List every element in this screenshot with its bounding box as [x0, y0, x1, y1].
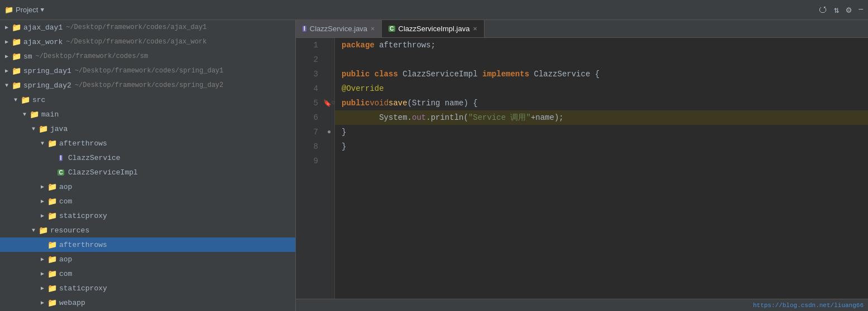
sidebar-item-spring_day1[interactable]: ▶📁spring_day1~/Desktop/framework/codes/s…: [0, 64, 295, 78]
line-number: 9: [296, 154, 318, 168]
dot-icon: ●: [327, 128, 331, 136]
sidebar-item-ajax_work[interactable]: ▶📁ajax_work~/Desktop/framework/codes/aja…: [0, 35, 295, 49]
code-line: [335, 154, 868, 168]
item-icon: 📁: [11, 52, 21, 61]
arrow-icon: ▶: [38, 183, 47, 190]
sidebar-item-spring_day2[interactable]: ▼📁spring_day2~/Desktop/framework/codes/s…: [0, 78, 295, 93]
tabs-bar: IClazzService.java✕CClazzServiceImpl.jav…: [296, 20, 868, 38]
sidebar-item-ClazzService[interactable]: IClazzService: [0, 150, 295, 165]
toolbar-dropdown-icon[interactable]: ▼: [40, 7, 44, 13]
sidebar-item-staticproxy2[interactable]: ▶📁staticproxy: [0, 281, 295, 295]
sidebar-item-java[interactable]: ▼📁java: [0, 122, 295, 136]
item-icon: 📁: [47, 255, 57, 264]
arrow-icon: ▼: [29, 227, 38, 234]
item-label: webapp: [59, 299, 85, 307]
gutter-item: 🔖♡: [324, 96, 334, 110]
sidebar-item-staticproxy1[interactable]: ▶📁staticproxy: [0, 208, 295, 223]
tab-icon: I: [303, 25, 306, 33]
sidebar-item-aop1[interactable]: ▶📁aop: [0, 179, 295, 194]
item-icon: 📁: [47, 240, 57, 250]
arrow-icon: ▶: [38, 285, 47, 291]
line-number: 8: [296, 139, 318, 154]
item-label: main: [41, 110, 59, 119]
arrow-icon: ▶: [2, 24, 11, 31]
line-number: 4: [296, 81, 318, 96]
item-icon: 📁: [11, 81, 21, 90]
gutter-item: [324, 38, 334, 52]
sidebar-item-com2[interactable]: ▶📁com: [0, 266, 295, 281]
arrow-icon: ▼: [11, 97, 20, 103]
item-icon: 📁: [47, 269, 57, 279]
item-icon: 📁: [38, 124, 48, 134]
arrow-icon: ▼: [20, 111, 29, 118]
arrow-icon: ▶: [38, 270, 47, 277]
item-label: ClazzService: [68, 154, 121, 162]
arrow-icon: ▼: [2, 82, 11, 89]
item-label: spring_day1: [23, 67, 71, 75]
code-line: public void save(String name) {: [335, 96, 868, 110]
arrow-icon: ▼: [29, 126, 38, 132]
code-line: }: [335, 125, 868, 139]
status-right[interactable]: https://blog.csdn.net/liuang66: [753, 302, 864, 309]
code-line: }: [335, 139, 868, 154]
toolbar: 📁 Project ▼ ⭯ ⇅ ⚙ −: [0, 0, 868, 20]
sidebar-item-com1[interactable]: ▶📁com: [0, 194, 295, 208]
gutter-item: [324, 154, 334, 168]
line-numbers: 123456789: [296, 38, 324, 299]
item-label: staticproxy: [59, 212, 107, 220]
item-icon: 📁: [20, 95, 30, 105]
toolbar-project-label: Project: [16, 6, 38, 14]
gutter-item: [324, 110, 334, 125]
item-path: ~/Desktop/framework/codes/ajax_work: [66, 38, 207, 46]
item-label: src: [32, 96, 45, 104]
item-icon: 📁: [29, 110, 39, 119]
tab-label: ClazzService.java: [310, 25, 367, 33]
tab-ClazzServiceImpl[interactable]: CClazzServiceImpl.java✕: [382, 20, 484, 37]
line-number: 3: [296, 67, 318, 81]
tab-label: ClazzServiceImpl.java: [399, 25, 470, 33]
code-line: [335, 52, 868, 67]
gutter-item: [324, 139, 334, 154]
item-label: ajax_work: [23, 38, 63, 46]
sidebar-item-ClazzServiceImpl[interactable]: CClazzServiceImpl: [0, 165, 295, 179]
arrow-icon: ▶: [2, 38, 11, 45]
tab-close-button[interactable]: ✕: [371, 25, 375, 33]
project-folder-icon: 📁: [4, 6, 13, 14]
code-line: package afterthrows;: [335, 38, 868, 52]
settings-icon[interactable]: ⚙: [846, 4, 852, 16]
code-line: @Override: [335, 81, 868, 96]
sidebar: ▶📁ajax_day1~/Desktop/framework/codes/aja…: [0, 20, 296, 311]
sidebar-item-main[interactable]: ▼📁main: [0, 107, 295, 122]
sidebar-item-resources[interactable]: ▼📁resources: [0, 223, 295, 237]
item-icon: 📁: [47, 197, 57, 206]
item-icon: I: [56, 154, 66, 162]
gutter-item: ●: [324, 125, 334, 139]
arrow-icon: ▶: [2, 53, 11, 60]
item-label: resources: [50, 226, 89, 235]
tab-close-button[interactable]: ✕: [473, 25, 477, 33]
code-line: System.out.println("Service 调用"+name);: [335, 110, 868, 125]
sidebar-item-afterthr1[interactable]: ▼📁afterthrows: [0, 136, 295, 150]
gutter-item: [324, 81, 334, 96]
arrow-icon: ▼: [38, 140, 47, 147]
item-path: ~/Desktop/framework/codes/sm: [36, 52, 148, 60]
gutter-item: [324, 67, 334, 81]
item-label: ajax_day1: [23, 23, 63, 32]
fold-icon[interactable]: ⇅: [834, 4, 840, 16]
sync-icon[interactable]: ⭯: [818, 4, 827, 15]
code-editor: 123456789 🔖♡● package afterthrows;public…: [296, 38, 868, 299]
arrow-icon: ▶: [38, 256, 47, 263]
close-icon[interactable]: −: [858, 5, 864, 15]
sidebar-item-webapp[interactable]: ▶📁webapp: [0, 295, 295, 310]
sidebar-item-ajax_day1[interactable]: ▶📁ajax_day1~/Desktop/framework/codes/aja…: [0, 20, 295, 35]
tab-ClazzService[interactable]: IClazzService.java✕: [296, 20, 382, 37]
sidebar-item-afterthr2[interactable]: 📁afterthrows: [0, 237, 295, 252]
code-content[interactable]: package afterthrows;public class ClazzSe…: [335, 38, 868, 299]
sidebar-item-sm[interactable]: ▶📁sm~/Desktop/framework/codes/sm: [0, 49, 295, 64]
item-label: com: [59, 197, 72, 206]
item-label: com: [59, 270, 72, 278]
item-icon: C: [56, 168, 66, 177]
main-layout: ▶📁ajax_day1~/Desktop/framework/codes/aja…: [0, 20, 868, 311]
sidebar-item-src[interactable]: ▼📁src: [0, 93, 295, 107]
sidebar-item-aop2[interactable]: ▶📁aop: [0, 252, 295, 266]
